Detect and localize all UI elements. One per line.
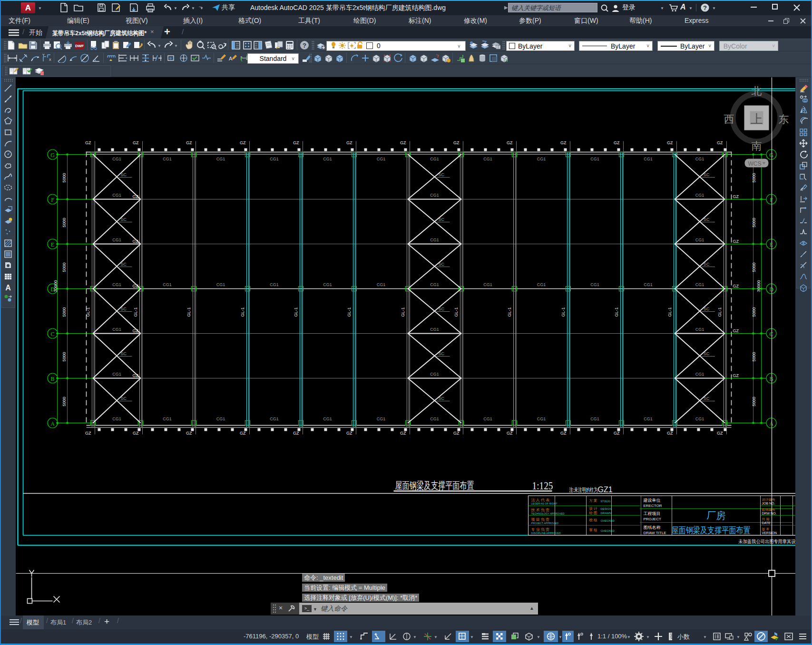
svg-text:法 人 代 表: 法 人 代 表	[531, 498, 550, 502]
svg-text:G: G	[50, 152, 55, 159]
svg-text:E: E	[51, 241, 54, 248]
svg-text:JOB NO.: JOB NO.	[762, 502, 775, 505]
svg-text:CG1: CG1	[112, 157, 121, 161]
svg-text:5000: 5000	[752, 307, 756, 317]
svg-text:5000: 5000	[62, 173, 67, 182]
svg-text:CG1: CG1	[644, 282, 653, 287]
svg-text:GZ: GZ	[85, 431, 91, 436]
svg-text:CG1: CG1	[483, 157, 492, 161]
svg-text:LEGER AS OF RIGHT: LEGER AS OF RIGHT	[531, 502, 558, 505]
svg-text:CG1: CG1	[112, 327, 121, 332]
svg-text:设 计: 设 计	[589, 506, 598, 511]
svg-text:CG1: CG1	[323, 282, 332, 287]
svg-text:E: E	[770, 241, 773, 248]
svg-text:CG1: CG1	[695, 193, 704, 198]
svg-text:GZ: GZ	[560, 140, 567, 145]
svg-text:CG1: CG1	[590, 417, 599, 421]
svg-text:SC: SC	[704, 351, 710, 356]
svg-text:PROJECT: PROJECT	[644, 517, 661, 521]
svg-text:⊕1: ⊕1	[169, 56, 175, 60]
svg-text:1:125: 1:125	[532, 479, 553, 492]
svg-text:绘 图: 绘 图	[589, 511, 597, 515]
svg-text:GZ: GZ	[717, 431, 723, 436]
svg-text:GZ: GZ	[453, 431, 460, 436]
svg-text:C: C	[769, 331, 773, 337]
svg-text:CG1: CG1	[430, 282, 439, 287]
svg-text:GL-1: GL-1	[717, 307, 722, 317]
svg-text:?: ?	[703, 4, 707, 11]
svg-text:CG1: CG1	[644, 417, 653, 421]
svg-text:SC: SC	[121, 307, 127, 311]
svg-text:SC: SC	[704, 262, 710, 267]
svg-text:GZ: GZ	[733, 328, 739, 333]
svg-text:GZ: GZ	[453, 140, 460, 145]
svg-text:CG1: CG1	[270, 417, 279, 421]
svg-text:B: B	[50, 376, 54, 382]
svg-text:GL-1: GL-1	[667, 307, 672, 317]
svg-text:CG1: CG1	[163, 157, 172, 161]
svg-text:DRAWN: DRAWN	[601, 512, 611, 515]
svg-text:CG1: CG1	[590, 157, 599, 161]
svg-text:GL-1: GL-1	[347, 307, 352, 317]
svg-text:CG1: CG1	[590, 282, 599, 287]
svg-text:厂房: 厂房	[707, 510, 726, 521]
svg-text:CG1: CG1	[430, 372, 439, 377]
svg-text:5000: 5000	[752, 173, 756, 182]
svg-text:CG1: CG1	[270, 282, 279, 287]
svg-text:CG1: CG1	[377, 417, 386, 421]
svg-text:5000: 5000	[62, 352, 67, 361]
svg-text:5000: 5000	[752, 218, 756, 227]
svg-text:CG1: CG1	[112, 193, 121, 198]
svg-text:GZ: GZ	[507, 431, 513, 436]
svg-text:未加盖我公司出图专用章其设计图无: 未加盖我公司出图专用章其设计图无	[738, 539, 795, 544]
svg-text:GZ: GZ	[733, 284, 739, 288]
svg-text:日 期: 日 期	[762, 517, 770, 521]
svg-text:CG1: CG1	[695, 327, 704, 332]
svg-text:SC: SC	[439, 307, 445, 311]
svg-text:图纸名称: 图纸名称	[644, 525, 661, 530]
svg-text:南: 南	[752, 140, 762, 152]
svg-text:SC: SC	[439, 172, 445, 177]
svg-text:GZ: GZ	[614, 140, 620, 145]
svg-text:上: 上	[751, 112, 763, 126]
svg-text:A: A	[50, 420, 55, 427]
svg-text:Y: Y	[42, 53, 45, 57]
svg-text:CG1: CG1	[112, 282, 121, 287]
svg-text:CG1: CG1	[216, 282, 225, 287]
svg-text:GL-1: GL-1	[561, 307, 566, 317]
svg-text:D: D	[769, 286, 773, 293]
svg-text:SC: SC	[439, 351, 445, 356]
svg-text:SC: SC	[121, 217, 127, 222]
svg-text:CG1: CG1	[695, 238, 704, 242]
svg-text:5000: 5000	[62, 397, 67, 406]
svg-text:GZ: GZ	[560, 431, 567, 436]
svg-text:CG1: CG1	[112, 372, 121, 377]
svg-text:5000: 5000	[752, 262, 756, 272]
svg-text:CG1: CG1	[695, 372, 704, 377]
svg-text:GZ: GZ	[346, 431, 352, 436]
svg-text:GL-1: GL-1	[86, 307, 90, 317]
svg-text:CG1: CG1	[430, 327, 439, 332]
svg-text:CG1: CG1	[163, 282, 172, 287]
svg-text:GZ: GZ	[400, 431, 406, 436]
svg-text:CG1: CG1	[216, 157, 225, 161]
svg-text:SC: SC	[439, 396, 445, 401]
svg-text:图纸编号: 图纸编号	[762, 508, 775, 512]
svg-text:注:未注明的柱为: 注:未注明的柱为	[569, 486, 598, 493]
svg-text:屋面钢梁及支撑平面布置: 屋面钢梁及支撑平面布置	[395, 480, 474, 491]
svg-text:GZ: GZ	[293, 431, 299, 436]
svg-text:GL-1: GL-1	[454, 307, 459, 317]
svg-text:项 目 负 责: 项 目 负 责	[531, 517, 550, 522]
svg-text:SC: SC	[121, 262, 127, 267]
svg-text:GZ: GZ	[733, 194, 739, 199]
svg-text:?: ?	[303, 42, 306, 49]
svg-text:GZ: GZ	[346, 140, 352, 145]
svg-text:F: F	[51, 197, 54, 203]
svg-text:CG1: CG1	[216, 417, 225, 421]
svg-text:GL-1: GL-1	[240, 307, 245, 317]
svg-text:专 业 负 责: 专 业 负 责	[531, 527, 550, 532]
svg-text:SC: SC	[704, 396, 710, 401]
svg-text:SC: SC	[704, 217, 710, 222]
svg-text:CG1: CG1	[537, 157, 546, 161]
svg-text:SC: SC	[704, 307, 710, 311]
